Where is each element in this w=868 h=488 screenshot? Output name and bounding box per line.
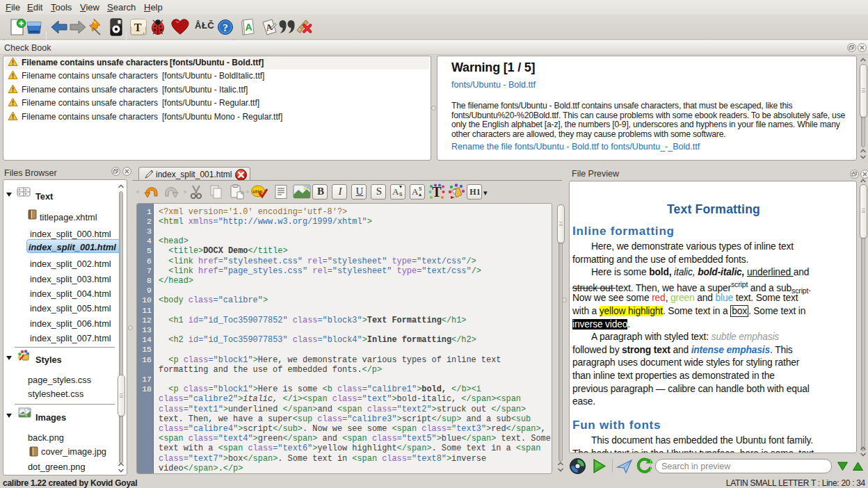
svg-text:,: , [143,28,145,35]
svg-text:A: A [245,22,252,33]
svg-text:T: T [432,184,442,200]
svg-text:HTML: HTML [252,190,264,194]
svg-text:T: T [134,22,142,33]
svg-text:?: ? [223,22,228,33]
